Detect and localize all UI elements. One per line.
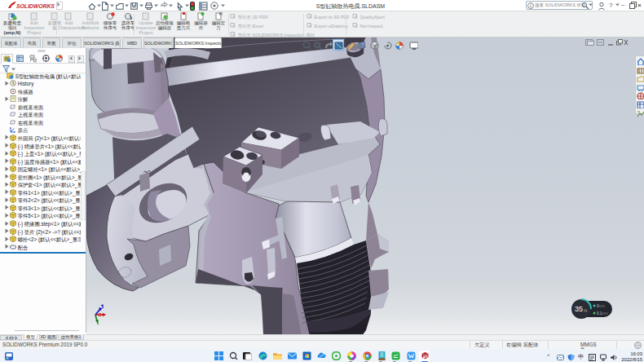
svg-text:0KB/S: 0KB/S bbox=[597, 304, 605, 308]
svg-text:SOLIDWORKS: SOLIDWORKS bbox=[16, 3, 55, 9]
svg-text:35: 35 bbox=[575, 305, 583, 313]
svg-text:%: % bbox=[584, 308, 588, 313]
svg-text:0.1KB/S: 0.1KB/S bbox=[597, 311, 608, 316]
